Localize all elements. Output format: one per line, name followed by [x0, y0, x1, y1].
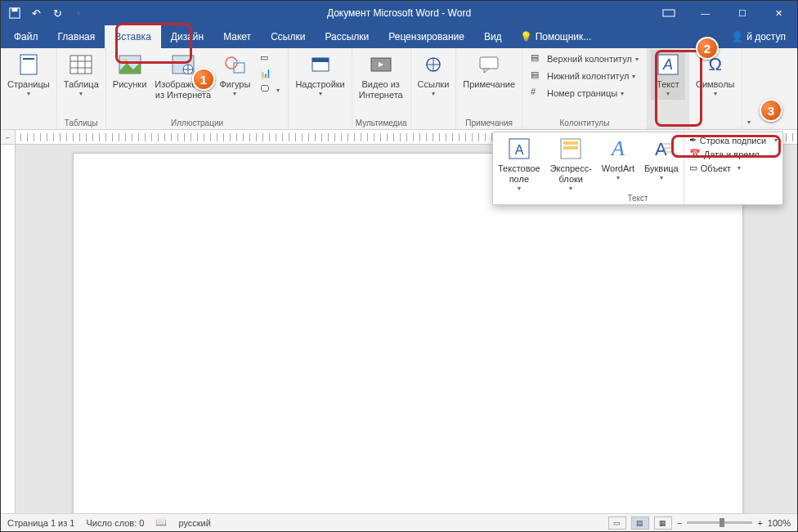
close-icon[interactable]: ✕	[760, 1, 797, 25]
tab-references[interactable]: Ссылки	[261, 25, 315, 48]
picture-icon	[117, 51, 143, 78]
chart-button[interactable]: 📊	[257, 67, 283, 82]
tab-mailings[interactable]: Рассылки	[315, 25, 379, 48]
video-label: Видео из Интернета	[359, 79, 403, 101]
symbols-label: Символы	[696, 79, 735, 90]
annotation-number-3: 3	[760, 99, 782, 122]
chevron-down-icon: ▾	[319, 90, 322, 98]
pictures-button[interactable]: Рисунки	[110, 50, 150, 92]
group-label	[693, 126, 738, 129]
header-button[interactable]: ▤Верхний колонтитул▾	[527, 51, 642, 66]
quick-parts-button[interactable]: Экспресс- блоки▾	[545, 132, 597, 204]
smartart-button[interactable]: ▭	[257, 51, 283, 66]
tab-view[interactable]: Вид	[474, 25, 512, 48]
chart-icon: 📊	[260, 68, 273, 81]
quick-parts-label: Экспресс- блоки	[550, 163, 592, 185]
annotation-number-2: 2	[696, 37, 719, 60]
spellcheck-icon[interactable]: 📖	[155, 517, 167, 528]
tell-me[interactable]: 💡 Помощник...	[520, 31, 592, 42]
minimize-icon[interactable]: —	[687, 1, 724, 25]
group-label: Колонтитулы	[526, 117, 643, 129]
tab-home[interactable]: Главная	[48, 25, 105, 48]
tab-file[interactable]: Файл	[4, 25, 48, 48]
tab-review[interactable]: Рецензирование	[379, 25, 474, 48]
group-label: Таблицы	[61, 117, 102, 129]
zoom-in-button[interactable]: +	[757, 518, 762, 528]
tab-layout[interactable]: Макет	[213, 25, 261, 48]
view-read-button[interactable]: ▭	[608, 516, 626, 530]
link-icon	[420, 51, 446, 78]
qat-more-icon[interactable]: ▾	[71, 6, 86, 20]
screenshot-button[interactable]: 🖵▾	[257, 83, 283, 97]
shapes-icon	[222, 51, 248, 78]
symbols-button[interactable]: Ω Символы ▾	[693, 50, 738, 100]
zoom-slider[interactable]	[687, 521, 752, 524]
view-web-button[interactable]: ▦	[654, 516, 672, 530]
maximize-icon[interactable]: ☐	[724, 1, 760, 25]
chevron-down-icon: ▾	[233, 90, 236, 98]
tab-design[interactable]: Дизайн	[161, 25, 213, 48]
share-button[interactable]: 👤 й доступ	[731, 31, 794, 42]
tell-me-label: Помощник...	[536, 31, 592, 42]
tab-insert[interactable]: Вставка	[105, 25, 161, 48]
page-number-button[interactable]: #Номер страницы▾	[527, 86, 642, 101]
share-icon: 👤	[731, 31, 743, 42]
save-icon[interactable]	[7, 6, 22, 20]
window-controls: — ☐ ✕	[650, 1, 797, 25]
vertical-ruler[interactable]	[1, 145, 16, 513]
group-label	[415, 126, 453, 129]
view-print-button[interactable]: ▤	[631, 516, 649, 530]
ribbon-options-icon[interactable]	[650, 1, 687, 25]
comment-button[interactable]: Примечание	[460, 50, 518, 92]
comment-label: Примечание	[463, 79, 515, 90]
date-time-label: Дата и время	[704, 150, 760, 159]
text-group-label: Текст	[627, 194, 648, 203]
page[interactable]	[73, 153, 743, 513]
ribbon-collapse-button[interactable]: ▾	[742, 48, 755, 129]
chevron-down-icon: ▾	[79, 90, 83, 98]
group-label	[292, 126, 347, 129]
wordart-label: WordArt	[602, 163, 634, 174]
date-time-button[interactable]: 📅Дата и время	[688, 148, 779, 160]
chevron-down-icon: ▾	[714, 90, 717, 98]
shapes-button[interactable]: Фигуры ▾	[216, 50, 253, 100]
annotation-number-1: 1	[192, 68, 215, 91]
object-button[interactable]: ▭Объект▾	[688, 162, 779, 174]
addins-icon	[307, 51, 334, 78]
footer-icon: ▤	[531, 69, 544, 83]
undo-icon[interactable]: ↶	[29, 6, 43, 20]
online-video-button[interactable]: Видео из Интернета	[356, 50, 406, 102]
footer-label: Нижний колонтитул	[547, 71, 629, 81]
footer-button[interactable]: ▤Нижний колонтитул▾	[527, 69, 642, 83]
signature-line-label: Строка подписи	[700, 136, 766, 145]
status-words[interactable]: Число слов: 0	[86, 518, 144, 528]
text-box-icon: A	[506, 136, 532, 162]
pages-button[interactable]: Страницы ▾	[4, 50, 53, 100]
drop-cap-label: Буквица	[644, 163, 679, 174]
redo-icon[interactable]: ↻	[50, 6, 65, 20]
online-picture-icon	[170, 51, 196, 78]
signature-icon: ✒	[689, 135, 697, 145]
text-button[interactable]: A Текст ▾	[651, 50, 685, 100]
addins-button[interactable]: Надстройки ▾	[292, 50, 347, 100]
titlebar: ↶ ↻ ▾ Документ Microsoft Word - Word — ☐…	[1, 1, 797, 25]
quick-access-toolbar: ↶ ↻ ▾	[1, 6, 86, 20]
table-button[interactable]: Таблица ▾	[61, 50, 102, 100]
zoom-level[interactable]: 100%	[768, 518, 791, 528]
svg-rect-21	[480, 57, 498, 69]
zoom-out-button[interactable]: −	[677, 518, 682, 528]
header-icon: ▤	[531, 52, 544, 65]
group-label: Иллюстрации	[110, 117, 285, 129]
ruler-corner: ⌐	[1, 130, 16, 145]
group-pages: Страницы ▾	[1, 48, 57, 129]
page-icon	[16, 51, 42, 78]
links-button[interactable]: Ссылки ▾	[415, 50, 453, 100]
group-label	[651, 126, 685, 129]
text-box-button[interactable]: A Текстовое поле▾	[493, 132, 545, 204]
quick-parts-icon	[558, 136, 584, 162]
addins-label: Надстройки	[295, 79, 344, 90]
video-icon	[368, 51, 394, 78]
status-page[interactable]: Страница 1 из 1	[7, 518, 74, 528]
signature-line-button[interactable]: ✒Строка подписи▾	[688, 134, 779, 146]
status-language[interactable]: русский	[178, 518, 210, 528]
